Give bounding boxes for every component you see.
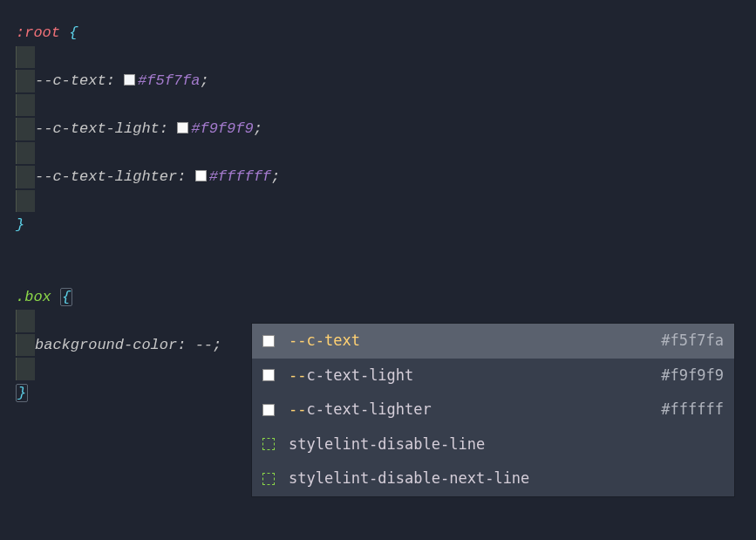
snippet-icon — [262, 473, 275, 485]
snippet-icon — [262, 438, 275, 450]
color-swatch-icon — [124, 74, 135, 85]
autocomplete-popup: --c-text #f5f7fa --c-text-light #f9f9f9 … — [251, 323, 735, 497]
color-swatch-icon — [262, 404, 275, 416]
code-line[interactable]: --c-text: #f5f7fa; — [16, 70, 756, 92]
autocomplete-value: #f9f9f9 — [661, 365, 724, 387]
indent-guide — [16, 358, 35, 380]
code-line-blank[interactable] — [16, 262, 756, 284]
hex-value: #ffffff — [209, 168, 271, 185]
code-line[interactable]: .box { — [16, 286, 756, 309]
code-line-blank[interactable] — [16, 46, 756, 69]
brace-open-matched: { — [60, 288, 72, 306]
code-line[interactable]: --c-text-lighter: #ffffff; — [16, 166, 756, 188]
autocomplete-item[interactable]: --c-text-light #f9f9f9 — [252, 359, 734, 393]
autocomplete-item[interactable]: --c-text-lighter #ffffff — [252, 393, 734, 427]
indent-guide — [16, 46, 35, 69]
autocomplete-item[interactable]: stylelint-disable-line — [252, 427, 734, 462]
autocomplete-value: #ffffff — [661, 399, 724, 421]
css-var-name: --c-text-light — [35, 120, 160, 137]
css-property: background-color — [35, 337, 177, 353]
autocomplete-label: stylelint-disable-line — [289, 434, 724, 456]
code-line-blank[interactable] — [16, 94, 756, 117]
code-line-blank[interactable] — [16, 190, 756, 213]
indent-guide — [16, 142, 35, 165]
indent-guide — [16, 70, 35, 92]
hex-value: #f9f9f9 — [191, 120, 253, 137]
selector-pseudo: :root — [16, 24, 60, 41]
autocomplete-item[interactable]: --c-text #f5f7fa — [252, 324, 734, 359]
autocomplete-value: #f5f7fa — [661, 330, 724, 352]
partial-value: -- — [195, 337, 213, 353]
autocomplete-label: --c-text-lighter — [289, 399, 661, 421]
css-var-name: --c-text — [35, 72, 106, 89]
autocomplete-label: --c-text — [289, 330, 661, 352]
autocomplete-label: stylelint-disable-next-line — [289, 468, 724, 490]
indent-guide — [16, 310, 35, 332]
color-swatch-icon — [262, 369, 275, 381]
autocomplete-label: --c-text-light — [289, 365, 661, 387]
code-line-blank[interactable] — [16, 238, 756, 261]
color-swatch-icon — [262, 335, 275, 347]
indent-guide — [16, 118, 35, 140]
brace-open: { — [69, 24, 78, 41]
code-line[interactable]: } — [16, 214, 756, 236]
color-swatch-icon — [195, 170, 207, 181]
css-var-name: --c-text-lighter — [35, 168, 177, 185]
indent-guide — [16, 334, 35, 357]
autocomplete-item[interactable]: stylelint-disable-next-line — [252, 461, 734, 496]
indent-guide — [16, 190, 35, 213]
brace-close: } — [16, 216, 24, 233]
brace-close-matched: } — [16, 384, 28, 402]
selector-class: .box — [16, 289, 51, 305]
code-line[interactable]: --c-text-light: #f9f9f9; — [16, 118, 756, 140]
code-line[interactable]: :root { — [16, 22, 756, 44]
indent-guide — [16, 94, 35, 117]
indent-guide — [16, 166, 35, 188]
code-line-blank[interactable] — [16, 142, 756, 165]
hex-value: #f5f7fa — [138, 72, 200, 89]
color-swatch-icon — [177, 122, 188, 133]
